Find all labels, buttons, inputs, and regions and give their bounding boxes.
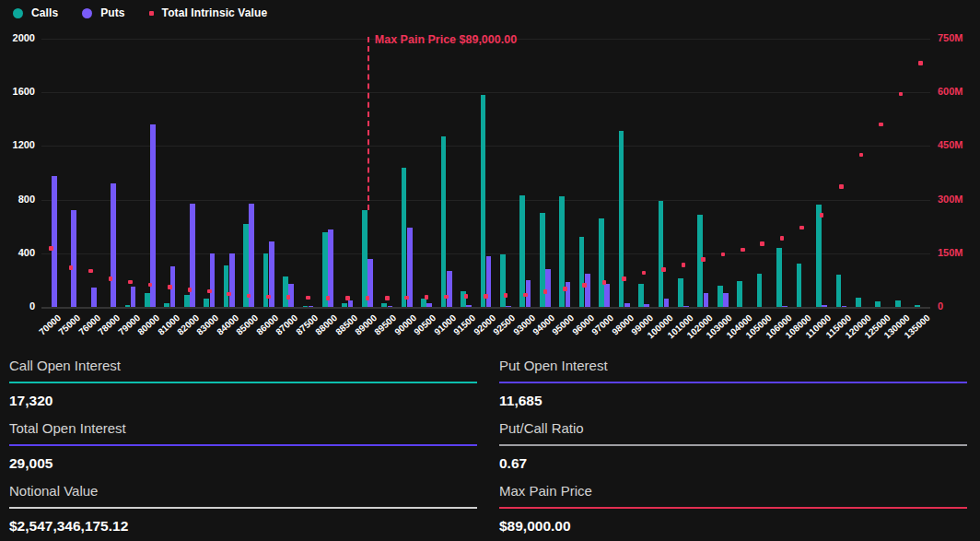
intrinsic-value-point[interactable] [227, 292, 231, 297]
intrinsic-value-point[interactable] [425, 295, 429, 300]
call-bar[interactable] [402, 168, 407, 307]
call-bar[interactable] [421, 299, 426, 307]
intrinsic-value-point[interactable] [148, 283, 153, 288]
call-bar[interactable] [579, 237, 585, 307]
intrinsic-value-point[interactable] [266, 295, 271, 300]
call-bar[interactable] [895, 300, 901, 307]
intrinsic-value-point[interactable] [879, 123, 883, 127]
put-bar[interactable] [150, 124, 156, 307]
intrinsic-value-point[interactable] [247, 294, 251, 299]
put-bar[interactable] [644, 304, 649, 307]
put-bar[interactable] [822, 305, 827, 307]
put-bar[interactable] [111, 183, 116, 307]
intrinsic-value-point[interactable] [128, 280, 133, 285]
intrinsic-value-point[interactable] [49, 246, 53, 251]
intrinsic-value-point[interactable] [188, 288, 192, 292]
call-bar[interactable] [342, 303, 347, 307]
put-bar[interactable] [447, 271, 452, 307]
intrinsic-value-point[interactable] [582, 283, 587, 288]
put-bar[interactable] [585, 274, 590, 307]
call-bar[interactable] [125, 305, 131, 307]
intrinsic-value-point[interactable] [366, 296, 370, 300]
put-bar[interactable] [782, 306, 788, 308]
put-bar[interactable] [506, 306, 511, 308]
call-bar[interactable] [204, 299, 209, 307]
call-bar[interactable] [718, 286, 723, 307]
put-bar[interactable] [52, 176, 57, 307]
put-bar[interactable] [210, 253, 216, 307]
put-bar[interactable] [229, 253, 235, 307]
intrinsic-value-point[interactable] [543, 289, 548, 294]
intrinsic-value-point[interactable] [345, 296, 350, 300]
put-bar[interactable] [545, 269, 551, 307]
call-bar[interactable] [915, 305, 920, 307]
call-bar[interactable] [145, 293, 150, 307]
call-bar[interactable] [659, 201, 664, 307]
call-bar[interactable] [776, 248, 782, 307]
intrinsic-value-point[interactable] [444, 295, 449, 300]
legend-item-intrinsic-value[interactable]: Total Intrinsic Value [149, 6, 268, 19]
call-bar[interactable] [362, 210, 368, 307]
put-bar[interactable] [624, 303, 630, 307]
call-bar[interactable] [441, 136, 447, 307]
put-bar[interactable] [91, 288, 97, 307]
call-bar[interactable] [638, 284, 644, 307]
put-bar[interactable] [604, 284, 610, 307]
put-bar[interactable] [249, 204, 254, 307]
intrinsic-value-point[interactable] [701, 257, 706, 262]
call-bar[interactable] [816, 205, 822, 307]
intrinsic-value-point[interactable] [563, 287, 567, 291]
intrinsic-value-point[interactable] [464, 294, 469, 299]
intrinsic-value-point[interactable] [326, 296, 331, 300]
put-bar[interactable] [426, 303, 432, 307]
call-bar[interactable] [797, 264, 802, 307]
intrinsic-value-point[interactable] [109, 276, 113, 281]
call-bar[interactable] [381, 303, 387, 307]
put-bar[interactable] [131, 287, 136, 307]
call-bar[interactable] [263, 253, 269, 307]
intrinsic-value-point[interactable] [661, 267, 666, 272]
put-bar[interactable] [348, 300, 354, 307]
put-bar[interactable] [723, 293, 729, 307]
intrinsic-value-point[interactable] [207, 289, 212, 294]
intrinsic-value-point[interactable] [682, 263, 686, 267]
call-bar[interactable] [481, 95, 486, 307]
intrinsic-value-point[interactable] [523, 293, 528, 298]
legend-item-calls[interactable]: Calls [13, 6, 58, 19]
call-bar[interactable] [737, 281, 742, 307]
intrinsic-value-point[interactable] [741, 248, 745, 253]
call-bar[interactable] [461, 291, 466, 307]
put-bar[interactable] [466, 305, 472, 307]
intrinsic-value-point[interactable] [839, 184, 844, 189]
put-bar[interactable] [486, 256, 492, 307]
put-bar[interactable] [683, 306, 689, 308]
call-bar[interactable] [836, 275, 842, 307]
call-bar[interactable] [283, 276, 288, 307]
intrinsic-value-point[interactable] [859, 153, 864, 158]
put-bar[interactable] [388, 306, 393, 308]
intrinsic-value-point[interactable] [760, 241, 764, 246]
intrinsic-value-point[interactable] [780, 236, 785, 241]
intrinsic-value-point[interactable] [799, 226, 804, 230]
call-bar[interactable] [519, 195, 525, 307]
call-bar[interactable] [500, 254, 506, 307]
call-bar[interactable] [303, 306, 309, 308]
call-bar[interactable] [184, 295, 190, 307]
call-bar[interactable] [678, 278, 683, 307]
call-bar[interactable] [875, 301, 881, 307]
intrinsic-value-point[interactable] [484, 294, 488, 299]
legend-item-puts[interactable]: Puts [82, 6, 124, 19]
intrinsic-value-point[interactable] [69, 265, 74, 270]
call-bar[interactable] [856, 298, 861, 307]
intrinsic-value-point[interactable] [602, 280, 607, 285]
call-bar[interactable] [164, 303, 169, 307]
intrinsic-value-point[interactable] [168, 285, 172, 289]
put-bar[interactable] [309, 306, 314, 308]
put-bar[interactable] [71, 210, 76, 307]
call-bar[interactable] [599, 218, 604, 307]
put-bar[interactable] [664, 299, 670, 307]
intrinsic-value-point[interactable] [642, 271, 647, 276]
intrinsic-value-point[interactable] [721, 253, 726, 257]
intrinsic-value-point[interactable] [286, 295, 291, 300]
intrinsic-value-point[interactable] [504, 293, 508, 298]
